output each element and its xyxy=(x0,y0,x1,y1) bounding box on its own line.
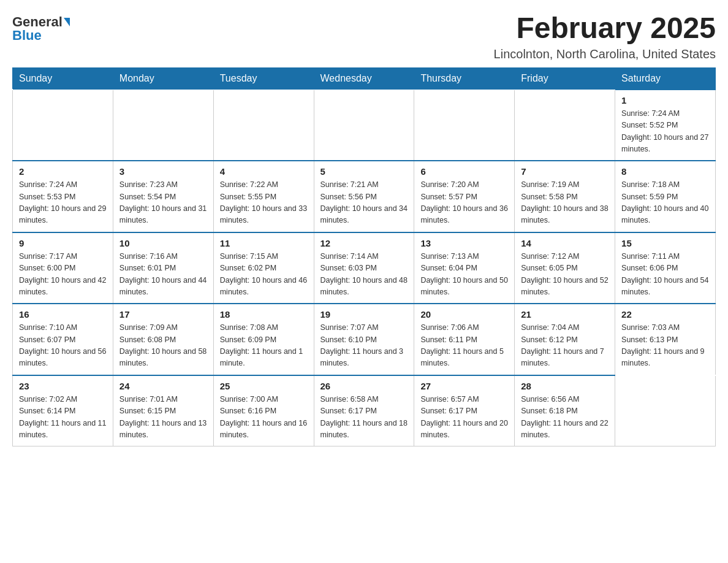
calendar-cell: 6Sunrise: 7:20 AM Sunset: 5:57 PM Daylig… xyxy=(414,161,515,232)
day-number: 18 xyxy=(220,309,308,320)
calendar-cell xyxy=(515,90,615,161)
calendar-header-monday: Monday xyxy=(113,67,213,90)
day-info: Sunrise: 7:02 AM Sunset: 6:14 PM Dayligh… xyxy=(19,394,107,442)
day-info: Sunrise: 7:19 AM Sunset: 5:58 PM Dayligh… xyxy=(521,179,609,227)
calendar-cell xyxy=(615,375,716,446)
calendar-header-wednesday: Wednesday xyxy=(314,67,414,90)
calendar-cell: 26Sunrise: 6:58 AM Sunset: 6:17 PM Dayli… xyxy=(314,375,414,446)
calendar-cell: 23Sunrise: 7:02 AM Sunset: 6:14 PM Dayli… xyxy=(13,375,113,446)
day-number: 20 xyxy=(420,309,508,320)
day-info: Sunrise: 6:58 AM Sunset: 6:17 PM Dayligh… xyxy=(320,394,408,442)
calendar-cell: 13Sunrise: 7:13 AM Sunset: 6:04 PM Dayli… xyxy=(414,232,515,304)
page-header: General Blue February 2025 Lincolnton, N… xyxy=(12,12,716,61)
calendar-cell: 22Sunrise: 7:03 AM Sunset: 6:13 PM Dayli… xyxy=(615,304,716,375)
day-number: 19 xyxy=(320,309,408,320)
calendar-cell xyxy=(13,90,113,161)
calendar-cell: 2Sunrise: 7:24 AM Sunset: 5:53 PM Daylig… xyxy=(13,161,113,232)
location-title: Lincolnton, North Carolina, United State… xyxy=(494,47,716,61)
calendar-cell: 9Sunrise: 7:17 AM Sunset: 6:00 PM Daylig… xyxy=(13,232,113,304)
logo: General Blue xyxy=(12,12,70,42)
day-info: Sunrise: 7:21 AM Sunset: 5:56 PM Dayligh… xyxy=(320,179,408,227)
logo-arrow-icon xyxy=(64,18,70,26)
calendar-table: SundayMondayTuesdayWednesdayThursdayFrid… xyxy=(12,67,716,447)
day-number: 2 xyxy=(19,166,107,177)
calendar-cell xyxy=(414,90,515,161)
day-number: 3 xyxy=(119,166,207,177)
calendar-cell: 7Sunrise: 7:19 AM Sunset: 5:58 PM Daylig… xyxy=(515,161,615,232)
calendar-cell xyxy=(314,90,414,161)
calendar-cell: 12Sunrise: 7:14 AM Sunset: 6:03 PM Dayli… xyxy=(314,232,414,304)
day-info: Sunrise: 7:01 AM Sunset: 6:15 PM Dayligh… xyxy=(119,394,207,442)
day-number: 8 xyxy=(621,166,709,177)
title-section: February 2025 Lincolnton, North Carolina… xyxy=(494,12,716,61)
day-info: Sunrise: 7:06 AM Sunset: 6:11 PM Dayligh… xyxy=(420,322,508,370)
day-number: 26 xyxy=(320,381,408,391)
day-number: 11 xyxy=(220,238,308,248)
calendar-week-row: 2Sunrise: 7:24 AM Sunset: 5:53 PM Daylig… xyxy=(13,161,716,232)
day-info: Sunrise: 7:16 AM Sunset: 6:01 PM Dayligh… xyxy=(119,251,207,299)
day-info: Sunrise: 7:23 AM Sunset: 5:54 PM Dayligh… xyxy=(119,179,207,227)
day-info: Sunrise: 7:04 AM Sunset: 6:12 PM Dayligh… xyxy=(521,322,609,370)
calendar-cell: 16Sunrise: 7:10 AM Sunset: 6:07 PM Dayli… xyxy=(13,304,113,375)
logo-blue-text: Blue xyxy=(12,29,42,42)
day-number: 12 xyxy=(320,238,408,248)
calendar-header-friday: Friday xyxy=(515,67,615,90)
calendar-cell: 28Sunrise: 6:56 AM Sunset: 6:18 PM Dayli… xyxy=(515,375,615,446)
day-info: Sunrise: 7:15 AM Sunset: 6:02 PM Dayligh… xyxy=(220,251,308,299)
day-number: 28 xyxy=(521,381,609,391)
calendar-cell xyxy=(113,90,213,161)
day-number: 1 xyxy=(621,95,709,105)
calendar-header-row: SundayMondayTuesdayWednesdayThursdayFrid… xyxy=(13,67,716,90)
calendar-cell: 4Sunrise: 7:22 AM Sunset: 5:55 PM Daylig… xyxy=(213,161,314,232)
day-number: 21 xyxy=(521,309,609,320)
day-number: 27 xyxy=(420,381,508,391)
day-number: 22 xyxy=(621,309,709,320)
calendar-cell xyxy=(213,90,314,161)
day-number: 9 xyxy=(19,238,107,248)
day-info: Sunrise: 6:57 AM Sunset: 6:17 PM Dayligh… xyxy=(420,394,508,442)
day-info: Sunrise: 7:24 AM Sunset: 5:52 PM Dayligh… xyxy=(621,108,709,156)
day-info: Sunrise: 7:12 AM Sunset: 6:05 PM Dayligh… xyxy=(521,251,609,299)
calendar-cell: 11Sunrise: 7:15 AM Sunset: 6:02 PM Dayli… xyxy=(213,232,314,304)
day-number: 13 xyxy=(420,238,508,248)
day-number: 6 xyxy=(420,166,508,177)
calendar-cell: 14Sunrise: 7:12 AM Sunset: 6:05 PM Dayli… xyxy=(515,232,615,304)
logo-general-text: General xyxy=(12,15,63,29)
calendar-cell: 17Sunrise: 7:09 AM Sunset: 6:08 PM Dayli… xyxy=(113,304,213,375)
day-info: Sunrise: 7:09 AM Sunset: 6:08 PM Dayligh… xyxy=(119,322,207,370)
day-number: 4 xyxy=(220,166,308,177)
calendar-week-row: 23Sunrise: 7:02 AM Sunset: 6:14 PM Dayli… xyxy=(13,375,716,446)
calendar-cell: 3Sunrise: 7:23 AM Sunset: 5:54 PM Daylig… xyxy=(113,161,213,232)
calendar-week-row: 1Sunrise: 7:24 AM Sunset: 5:52 PM Daylig… xyxy=(13,90,716,161)
day-number: 23 xyxy=(19,381,107,391)
day-info: Sunrise: 7:20 AM Sunset: 5:57 PM Dayligh… xyxy=(420,179,508,227)
day-info: Sunrise: 7:11 AM Sunset: 6:06 PM Dayligh… xyxy=(621,251,709,299)
day-info: Sunrise: 7:18 AM Sunset: 5:59 PM Dayligh… xyxy=(621,179,709,227)
month-title: February 2025 xyxy=(494,12,716,45)
calendar-cell: 15Sunrise: 7:11 AM Sunset: 6:06 PM Dayli… xyxy=(615,232,716,304)
day-number: 17 xyxy=(119,309,207,320)
calendar-cell: 8Sunrise: 7:18 AM Sunset: 5:59 PM Daylig… xyxy=(615,161,716,232)
calendar-header-thursday: Thursday xyxy=(414,67,515,90)
day-number: 16 xyxy=(19,309,107,320)
day-info: Sunrise: 7:10 AM Sunset: 6:07 PM Dayligh… xyxy=(19,322,107,370)
day-number: 15 xyxy=(621,238,709,248)
day-info: Sunrise: 7:08 AM Sunset: 6:09 PM Dayligh… xyxy=(220,322,308,370)
day-info: Sunrise: 7:17 AM Sunset: 6:00 PM Dayligh… xyxy=(19,251,107,299)
day-number: 25 xyxy=(220,381,308,391)
day-number: 7 xyxy=(521,166,609,177)
calendar-cell: 1Sunrise: 7:24 AM Sunset: 5:52 PM Daylig… xyxy=(615,90,716,161)
day-number: 10 xyxy=(119,238,207,248)
day-info: Sunrise: 7:03 AM Sunset: 6:13 PM Dayligh… xyxy=(621,322,709,370)
day-info: Sunrise: 7:13 AM Sunset: 6:04 PM Dayligh… xyxy=(420,251,508,299)
calendar-cell: 19Sunrise: 7:07 AM Sunset: 6:10 PM Dayli… xyxy=(314,304,414,375)
day-info: Sunrise: 7:07 AM Sunset: 6:10 PM Dayligh… xyxy=(320,322,408,370)
calendar-header-sunday: Sunday xyxy=(13,67,113,90)
calendar-cell: 25Sunrise: 7:00 AM Sunset: 6:16 PM Dayli… xyxy=(213,375,314,446)
day-info: Sunrise: 6:56 AM Sunset: 6:18 PM Dayligh… xyxy=(521,394,609,442)
calendar-cell: 10Sunrise: 7:16 AM Sunset: 6:01 PM Dayli… xyxy=(113,232,213,304)
calendar-cell: 27Sunrise: 6:57 AM Sunset: 6:17 PM Dayli… xyxy=(414,375,515,446)
calendar-week-row: 9Sunrise: 7:17 AM Sunset: 6:00 PM Daylig… xyxy=(13,232,716,304)
day-info: Sunrise: 7:00 AM Sunset: 6:16 PM Dayligh… xyxy=(220,394,308,442)
day-number: 24 xyxy=(119,381,207,391)
